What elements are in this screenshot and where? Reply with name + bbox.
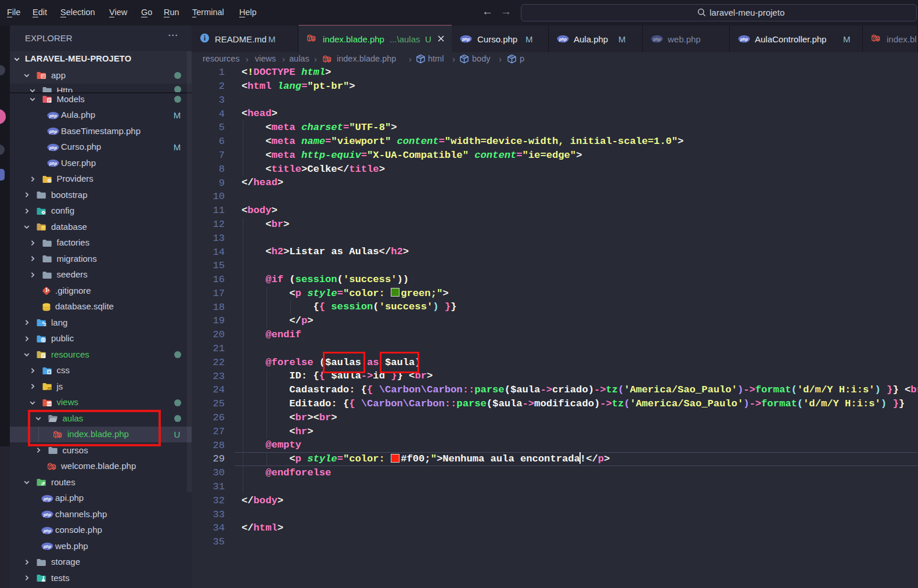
svg-text:#: # <box>48 370 50 374</box>
svg-text:php: php <box>559 37 567 42</box>
svg-text:php: php <box>43 544 52 549</box>
svg-text:php: php <box>49 145 57 150</box>
svg-text:php: php <box>462 37 470 42</box>
svg-text:<>: <> <box>47 402 52 406</box>
svg-text:php: php <box>740 37 748 42</box>
svg-text:php: php <box>49 113 57 118</box>
svg-text:文: 文 <box>43 323 46 327</box>
svg-text:JS: JS <box>46 386 52 391</box>
svg-text:php: php <box>49 129 57 134</box>
svg-text:php: php <box>43 512 52 517</box>
svg-text:php: php <box>49 161 57 166</box>
svg-text:php: php <box>653 37 661 42</box>
svg-text:php: php <box>43 496 52 501</box>
svg-text:php: php <box>43 528 52 533</box>
